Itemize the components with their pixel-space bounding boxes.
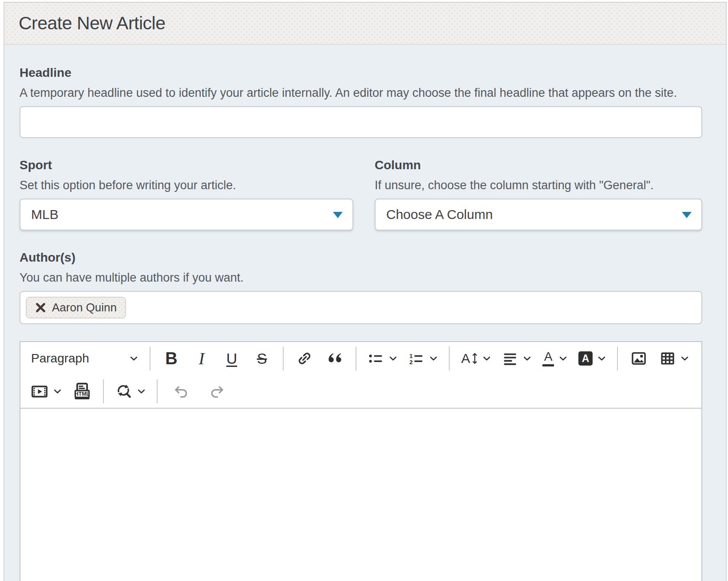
editor-content[interactable] [20, 409, 701, 581]
paragraph-style-dropdown[interactable]: Paragraph [25, 345, 144, 372]
strikethrough-icon: S [257, 351, 267, 366]
insert-image-button[interactable] [625, 345, 652, 372]
column-section: Column If unsure, choose the column star… [375, 158, 702, 231]
svg-text:HTML: HTML [75, 391, 90, 397]
font-background-color-button[interactable]: A [574, 345, 609, 372]
bulleted-list-button[interactable] [364, 345, 401, 372]
column-label: Column [375, 158, 702, 173]
panel-body: Headline A temporary headline used to id… [4, 45, 726, 581]
toolbar-row-1: Paragraph B I U S [25, 342, 697, 375]
sport-section: Sport Set this option before writing you… [20, 158, 353, 231]
sport-select[interactable]: MLB [20, 199, 353, 231]
sport-select-value: MLB [31, 207, 59, 222]
redo-icon [209, 384, 225, 399]
underline-icon: U [226, 351, 237, 366]
block-quote-button[interactable] [321, 345, 348, 372]
chevron-down-icon [389, 356, 397, 361]
chevron-down-icon [483, 356, 491, 361]
toolbar-divider [103, 379, 104, 403]
numbered-list-icon: 1 2 [408, 350, 424, 366]
column-select[interactable]: Choose A Column [375, 199, 702, 231]
link-button[interactable] [291, 345, 318, 372]
insert-media-button[interactable] [27, 378, 65, 405]
svg-text:2: 2 [409, 359, 413, 366]
italic-icon: I [199, 350, 205, 367]
chevron-down-icon [559, 356, 567, 361]
sport-label: Sport [20, 158, 353, 173]
paragraph-style-value: Paragraph [31, 351, 89, 366]
sport-column-row: Sport Set this option before writing you… [20, 158, 702, 250]
chevron-down-icon [681, 356, 688, 361]
authors-section: Author(s) You can have multiple authors … [20, 250, 702, 324]
find-and-replace-button[interactable] [111, 378, 149, 405]
authors-label: Author(s) [20, 250, 702, 265]
insert-image-icon [631, 350, 647, 366]
redo-button[interactable] [203, 378, 230, 405]
author-tag: Aaron Quinn [26, 297, 126, 318]
svg-text:1: 1 [409, 353, 413, 359]
insert-html-icon: HTML [73, 382, 91, 401]
toolbar-divider [157, 379, 158, 403]
toolbar-divider [150, 346, 150, 370]
font-size-button[interactable]: A [457, 345, 495, 372]
column-description: If unsure, choose the column starting wi… [375, 178, 702, 192]
authors-input[interactable]: Aaron Quinn [20, 291, 702, 324]
column-select-value: Choose A Column [386, 207, 493, 222]
text-alignment-button[interactable] [498, 345, 535, 372]
chevron-down-icon [430, 356, 437, 361]
toolbar-row-2: HTML [25, 375, 697, 408]
strikethrough-button[interactable]: S [249, 345, 275, 372]
numbered-list-button[interactable]: 1 2 [404, 345, 441, 372]
font-size-icon: A [461, 352, 478, 365]
underline-button[interactable]: U [218, 345, 245, 372]
chevron-down-icon [130, 356, 138, 361]
insert-table-button[interactable] [656, 345, 692, 372]
sport-description: Set this option before writing your arti… [20, 178, 353, 192]
chevron-down-icon [54, 389, 61, 394]
chevron-down-icon [138, 389, 145, 394]
author-tag-label: Aaron Quinn [52, 301, 117, 314]
link-icon [297, 350, 313, 366]
chevron-down-icon [598, 356, 605, 361]
remove-author-icon[interactable] [35, 302, 46, 313]
headline-input[interactable] [20, 106, 702, 138]
toolbar-divider [449, 346, 450, 370]
create-article-panel: Create New Article Headline A temporary … [4, 2, 727, 581]
font-color-icon: A [542, 350, 554, 366]
editor-toolbar: Paragraph B I U S [20, 342, 701, 409]
toolbar-divider [283, 346, 284, 370]
toolbar-divider [617, 346, 618, 370]
rich-text-editor: Paragraph B I U S [20, 341, 702, 581]
authors-description: You can have multiple authors if you wan… [20, 271, 702, 285]
find-and-replace-icon [115, 383, 132, 400]
undo-icon [173, 384, 190, 399]
headline-description: A temporary headline used to identify yo… [20, 86, 702, 100]
caret-down-icon [333, 212, 343, 218]
headline-section: Headline A temporary headline used to id… [20, 65, 702, 138]
toolbar-divider [356, 346, 356, 370]
insert-html-button[interactable]: HTML [69, 378, 95, 405]
font-background-color-icon: A [578, 351, 593, 366]
insert-media-icon [31, 383, 48, 400]
panel-header: Create New Article [4, 3, 726, 45]
headline-label: Headline [20, 65, 702, 80]
text-alignment-icon [502, 350, 518, 366]
block-quote-icon [326, 351, 344, 366]
page-title: Create New Article [19, 13, 166, 34]
font-color-button[interactable]: A [538, 345, 571, 372]
caret-down-icon [682, 212, 692, 218]
italic-button[interactable]: I [188, 345, 215, 372]
undo-button[interactable] [168, 378, 194, 405]
bulleted-list-icon [368, 350, 384, 366]
bold-icon: B [165, 350, 177, 367]
insert-table-icon [660, 350, 676, 366]
chevron-down-icon [523, 356, 531, 361]
bold-button[interactable]: B [158, 345, 185, 372]
